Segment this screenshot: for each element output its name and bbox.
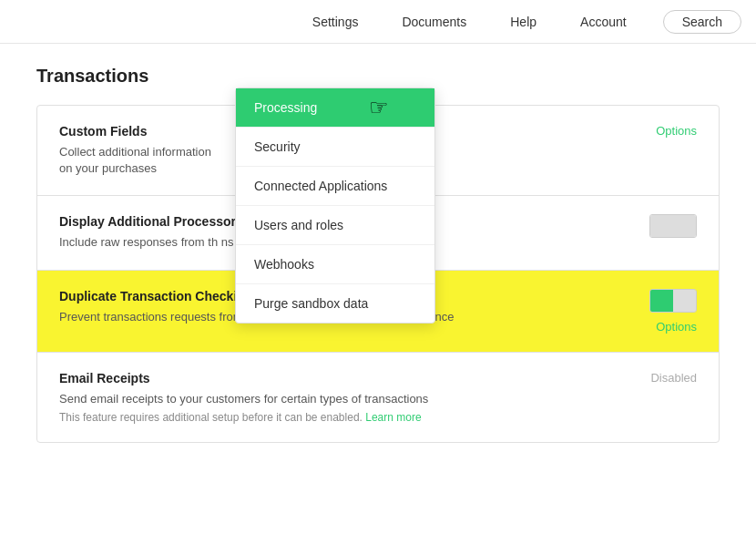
nav-help[interactable]: Help <box>503 11 544 33</box>
dropdown-item-connected-applications[interactable]: Connected Applications <box>236 167 434 206</box>
page-content: Transactions Custom Fields Collect addit… <box>0 44 756 465</box>
email-receipts-row: Email Receipts Send email receipts to yo… <box>37 353 719 442</box>
duplicate-transaction-toggle[interactable] <box>649 289 697 313</box>
custom-fields-actions: Options <box>656 124 697 138</box>
top-nav: Settings Documents Help Account Search <box>0 0 756 44</box>
learn-more-link[interactable]: Learn more <box>365 411 421 424</box>
email-receipts-desc: Send email receipts to your customers fo… <box>59 391 632 407</box>
dropdown-item-webhooks[interactable]: Webhooks <box>236 245 434 284</box>
nav-documents[interactable]: Documents <box>394 11 474 33</box>
custom-fields-options[interactable]: Options <box>656 124 697 138</box>
dropdown-item-purge-sandbox-data[interactable]: Purge sandbox data <box>236 284 434 323</box>
nav-settings[interactable]: Settings <box>305 11 366 33</box>
settings-dropdown: Processing Security Connected Applicatio… <box>235 87 435 324</box>
page-title: Transactions <box>36 66 720 87</box>
nav-account[interactable]: Account <box>573 11 634 33</box>
search-button[interactable]: Search <box>663 10 741 34</box>
duplicate-transaction-options[interactable]: Options <box>656 320 697 334</box>
toggle-active-part <box>650 290 673 312</box>
display-additional-toggle[interactable] <box>649 214 697 238</box>
display-additional-actions <box>649 214 697 238</box>
dropdown-item-processing[interactable]: Processing <box>236 88 434 128</box>
email-receipts-text: Email Receipts Send email receipts to yo… <box>59 371 632 424</box>
duplicate-transaction-actions: Options <box>649 289 697 334</box>
toggle-off-part <box>673 215 696 237</box>
toggle-inactive-part <box>673 290 696 312</box>
toggle-on-part <box>650 215 673 237</box>
email-receipts-note: This feature requires additional setup b… <box>59 411 632 424</box>
dropdown-item-users-and-roles[interactable]: Users and roles <box>236 206 434 245</box>
dropdown-item-security[interactable]: Security <box>236 128 434 167</box>
email-receipts-actions: Disabled <box>650 371 697 385</box>
email-receipts-title: Email Receipts <box>59 371 632 385</box>
email-receipts-disabled: Disabled <box>650 371 697 385</box>
